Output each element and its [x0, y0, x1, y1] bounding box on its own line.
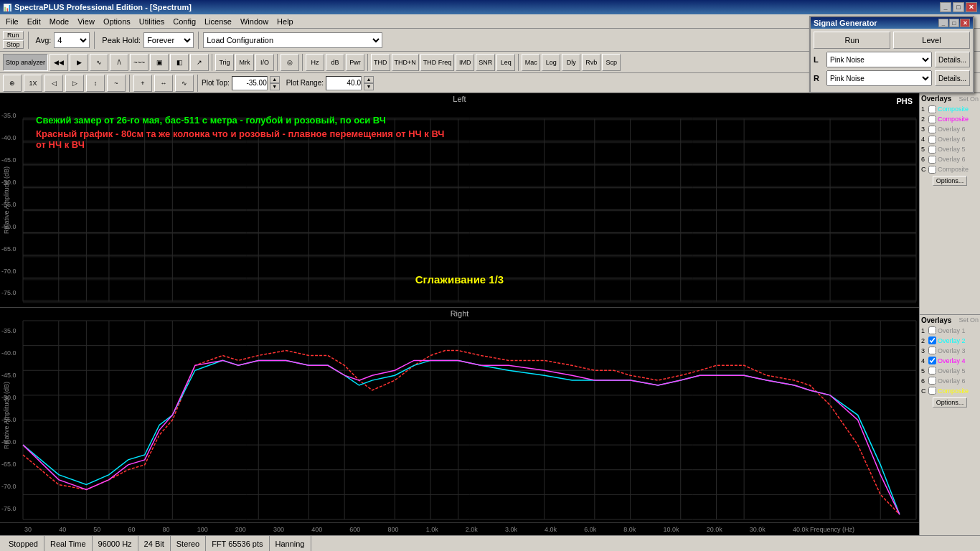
- mac-button[interactable]: Mac: [522, 54, 540, 71]
- plot-range-up[interactable]: ▲: [364, 76, 374, 83]
- cursor2-btn[interactable]: ↔: [154, 75, 173, 92]
- snr-button[interactable]: SNR: [476, 54, 495, 71]
- zoom-out-l-button[interactable]: ◁: [44, 75, 63, 92]
- overlay-check-top-6[interactable]: [928, 156, 936, 164]
- overlay-item-top-5: 5 Overlay 5: [921, 144, 979, 154]
- overlay-check-bot-1[interactable]: [928, 326, 936, 334]
- signal-gen-titlebar[interactable]: Signal Generator _ □ ✕: [811, 17, 973, 29]
- thd-button[interactable]: THD: [371, 54, 390, 71]
- wave2-btn[interactable]: ∿: [175, 75, 194, 92]
- sep-t2a: [212, 54, 212, 71]
- options-button-top[interactable]: Options...: [933, 176, 968, 186]
- thdfreq-button[interactable]: THD Freq: [420, 54, 455, 71]
- box1-button[interactable]: ▣: [150, 54, 169, 71]
- load-config-select[interactable]: Load Configuration: [203, 32, 382, 48]
- freq-tick: 600: [349, 526, 360, 533]
- stop-analyzer-button[interactable]: Stop analyzer: [3, 54, 48, 71]
- overlay-check-bot-3[interactable]: [928, 347, 936, 354]
- menu-edit[interactable]: Edit: [23, 16, 45, 27]
- sg-l-select[interactable]: Pink Noise White Noise Sine Off: [826, 52, 932, 67]
- sg-close-button[interactable]: ✕: [960, 19, 970, 27]
- leq-button[interactable]: Leq: [496, 54, 515, 71]
- overlay-check-top-c[interactable]: [928, 166, 936, 174]
- zoom-v-button[interactable]: ↕: [86, 75, 105, 92]
- overlay-check-top-3[interactable]: [928, 126, 936, 133]
- sg-l-details-button[interactable]: Details...: [935, 52, 970, 67]
- stop-button[interactable]: Stop: [3, 40, 24, 49]
- dly-button[interactable]: Dly: [562, 54, 580, 71]
- menu-mode[interactable]: Mode: [45, 16, 74, 27]
- sg-restore-button[interactable]: □: [949, 19, 959, 27]
- box2-button[interactable]: ◧: [170, 54, 189, 71]
- overlay-item-top-6: 6 Overlay 6: [921, 154, 979, 164]
- menu-file[interactable]: File: [1, 16, 23, 27]
- plot-top-input[interactable]: [232, 76, 268, 90]
- play-button[interactable]: ▶: [70, 54, 88, 71]
- overlay-check-bot-2[interactable]: [928, 336, 936, 344]
- overlay-check-bot-6[interactable]: [928, 377, 936, 385]
- sine-button[interactable]: ∿: [90, 54, 108, 71]
- overlay-item-bot-3: 3 Overlay 3: [921, 346, 979, 356]
- menu-config[interactable]: Config: [169, 16, 200, 27]
- titlebar-controls[interactable]: _ □ ✕: [940, 2, 977, 12]
- menu-license[interactable]: License: [200, 16, 236, 27]
- io-button[interactable]: I/O: [255, 54, 274, 71]
- menu-utilities[interactable]: Utilities: [135, 16, 169, 27]
- overlay-item-top-4: 4 Overlay 6: [921, 134, 979, 144]
- menu-window[interactable]: Window: [236, 16, 273, 27]
- rewind-button[interactable]: ◀◀: [50, 54, 68, 71]
- wave-btn[interactable]: ~: [107, 75, 126, 92]
- peak-button[interactable]: /\: [110, 54, 128, 71]
- overlay-section-bottom: Overlays Set On 1 Overlay 1 2 Overlay 2 …: [920, 315, 980, 536]
- overlay-item-top-3: 3 Overlay 6: [921, 124, 979, 134]
- minimize-button[interactable]: _: [940, 2, 951, 12]
- scp-button[interactable]: Scp: [602, 54, 621, 71]
- overlay-check-top-4[interactable]: [928, 136, 936, 143]
- overlay-check-top-1[interactable]: [928, 105, 936, 113]
- menu-help[interactable]: Help: [273, 16, 298, 27]
- sg-r-select[interactable]: Pink Noise White Noise Sine Off: [826, 70, 932, 86]
- circle-button[interactable]: ◎: [281, 54, 299, 71]
- thdn-button[interactable]: THD+N: [392, 54, 419, 71]
- plot-range-input[interactable]: [326, 76, 362, 90]
- avg-select[interactable]: 4816: [54, 32, 90, 48]
- status-bitdepth: 24 Bit: [138, 536, 171, 551]
- freq-tick: 6.0k: [584, 526, 596, 533]
- overlay-check-bot-4[interactable]: [928, 357, 936, 364]
- menu-view[interactable]: View: [73, 16, 99, 27]
- peak-hold-select[interactable]: ForeverOff1s: [143, 32, 194, 48]
- imd-button[interactable]: IMD: [456, 54, 474, 71]
- pwr-button[interactable]: Pwr: [346, 54, 364, 71]
- log-button[interactable]: Log: [542, 54, 560, 71]
- sg-run-level-row: Run Level: [814, 32, 970, 49]
- mrk-button[interactable]: Mrk: [235, 54, 254, 71]
- sg-level-button[interactable]: Level: [893, 32, 970, 49]
- options-button-bottom[interactable]: Options...: [933, 397, 968, 408]
- cursor-btn[interactable]: +: [133, 75, 152, 92]
- overlay-item-bot-c: C Composite: [921, 386, 979, 396]
- plot-top-down[interactable]: ▼: [270, 83, 280, 90]
- plot-top-up[interactable]: ▲: [270, 76, 280, 83]
- db-button[interactable]: dB: [326, 54, 344, 71]
- zoom-out-r-button[interactable]: ▷: [65, 75, 84, 92]
- plot-range-down[interactable]: ▼: [364, 83, 374, 90]
- overlay-check-bot-5[interactable]: [928, 367, 936, 375]
- wave-button[interactable]: ~~~: [130, 54, 149, 71]
- overlay-check-top-5[interactable]: [928, 146, 936, 154]
- arrow-button[interactable]: ↗: [190, 54, 209, 71]
- overlay-item-bot-1: 1 Overlay 1: [921, 326, 979, 336]
- menu-options[interactable]: Options: [99, 16, 135, 27]
- sg-run-button[interactable]: Run: [814, 32, 890, 49]
- sg-r-details-button[interactable]: Details...: [935, 70, 970, 86]
- zoom-in-button[interactable]: ⊕: [3, 75, 22, 92]
- overlay-check-top-2[interactable]: [928, 116, 936, 123]
- close-button[interactable]: ✕: [966, 2, 977, 12]
- overlay-check-bot-c[interactable]: [928, 387, 936, 395]
- hz-button[interactable]: Hz: [306, 54, 324, 71]
- restore-button[interactable]: □: [953, 2, 964, 12]
- rvb-button[interactable]: Rvb: [582, 54, 600, 71]
- run-button[interactable]: Run: [3, 31, 24, 39]
- zoom-1x-button[interactable]: 1X: [24, 75, 42, 92]
- trig-button[interactable]: Trig: [215, 54, 234, 71]
- sg-minimize-button[interactable]: _: [938, 19, 948, 27]
